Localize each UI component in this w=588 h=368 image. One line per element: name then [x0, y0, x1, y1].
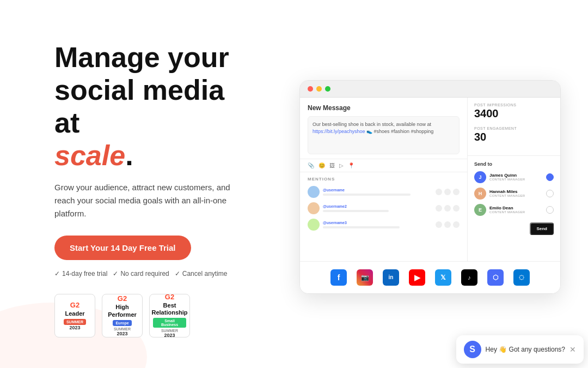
recipient-avatar-hannah: H — [474, 188, 486, 200]
mockup-titlebar — [300, 81, 560, 98]
instagram-icon[interactable]: 📷 — [357, 269, 373, 286]
recipient-radio-hannah[interactable] — [546, 190, 554, 197]
headline: Manage your social media at scale. — [54, 41, 250, 172]
mentions-section: MENTIONS @username — [300, 172, 467, 261]
headline-italic: scale — [54, 140, 125, 171]
tiktok-icon[interactable]: ♪ — [461, 269, 477, 286]
stats-area: POST IMPRESSIONS 3400 POST ENGAGEMENT 30 — [468, 98, 560, 156]
hero-subtext: Grow your audience, attract new customer… — [54, 181, 250, 220]
twitter-icon[interactable]: 𝕏 — [435, 269, 451, 286]
mockup-right-panel: POST IMPRESSIONS 3400 POST ENGAGEMENT 30… — [468, 98, 560, 261]
send-to-title: Send to — [474, 161, 554, 167]
cta-button[interactable]: Start Your 14 Day Free Trial — [54, 236, 191, 260]
headline-dot: . — [125, 140, 133, 171]
compose-text: Our best-selling shoe is back in stock, … — [313, 122, 431, 127]
page-wrapper: Manage your social media at scale. Grow … — [0, 0, 588, 368]
image-icon[interactable]: 🖼 — [329, 162, 335, 168]
compose-link: https://bit.ly/peachyshoe 👟 — [313, 129, 372, 134]
send-to-area: Send to J James Quinn CONTENT MANAGER H — [468, 156, 560, 261]
compose-area: New Message Our best-selling shoe is bac… — [300, 98, 467, 159]
titlebar-dot-red — [308, 86, 313, 92]
stat-engagement: POST ENGAGEMENT 30 — [474, 126, 554, 143]
mention-content-2: @username2 — [323, 204, 432, 212]
mention-actions-3 — [436, 221, 460, 228]
mentions-title: MENTIONS — [308, 177, 460, 182]
mention-item-3: @username3 — [308, 219, 460, 231]
edge-icon[interactable]: ◌ — [513, 269, 530, 286]
recipient-radio-emilo[interactable] — [546, 206, 554, 214]
check-icon-2: ✓ — [113, 270, 118, 277]
right-column: New Message Our best-selling shoe is bac… — [283, 0, 588, 368]
trust-badge-card: ✓ No card required — [113, 270, 169, 277]
trust-badge-cancel: ✓ Cancel anytime — [175, 270, 228, 277]
recipient-hannah[interactable]: H Hannah Miles CONTENT MANAGER — [474, 188, 554, 200]
location-icon[interactable]: 📍 — [348, 162, 354, 168]
youtube-icon[interactable]: ▶ — [409, 269, 425, 286]
compose-hashtags: #shoes #fashion #shopping — [374, 129, 434, 134]
mention-avatar-1 — [308, 186, 320, 198]
stat1-value: 3400 — [474, 107, 554, 120]
award-best-relationship: G2 Best Relationship Small Business SUMM… — [149, 294, 190, 337]
stat2-label: POST ENGAGEMENT — [474, 126, 554, 130]
chat-widget[interactable]: S Hey 👋 Got any questions? ✕ — [456, 335, 584, 364]
chat-close-icon[interactable]: ✕ — [569, 345, 576, 354]
recipient-emilo[interactable]: E Emilo Dean CONTENT MANAGER — [474, 204, 554, 216]
mention-item-1: @username — [308, 186, 460, 198]
headline-line2: social media at — [54, 74, 224, 138]
trust-badges: ✓ 14-day free trial ✓ No card required ✓… — [54, 270, 250, 277]
attach-icon[interactable]: 📎 — [308, 162, 314, 168]
check-icon-3: ✓ — [175, 270, 180, 277]
recipient-avatar-emilo: E — [474, 204, 486, 216]
meta-icon[interactable]: ⬡ — [487, 269, 504, 286]
mockup-body: New Message Our best-selling shoe is bac… — [300, 98, 560, 261]
titlebar-dot-green — [325, 86, 330, 92]
chat-avatar: S — [464, 341, 481, 358]
mention-content-3: @username3 — [323, 221, 432, 228]
emoji-icon[interactable]: 😊 — [318, 162, 325, 168]
titlebar-dot-yellow — [316, 86, 322, 92]
trust-item-1: 14-day free trial — [62, 270, 107, 277]
linkedin-icon[interactable]: in — [383, 269, 399, 286]
recipient-info-emilo: Emilo Dean CONTENT MANAGER — [489, 206, 543, 214]
gif-icon[interactable]: ▷ — [339, 162, 344, 168]
stat-impressions: POST IMPRESSIONS 3400 — [474, 103, 554, 120]
headline-line1: Manage your — [54, 41, 229, 73]
mention-actions-2 — [436, 205, 460, 212]
stat1-label: POST IMPRESSIONS — [474, 103, 554, 107]
trust-item-3: Cancel anytime — [182, 270, 228, 277]
hero-content: Manage your social media at scale. Grow … — [54, 41, 250, 337]
compose-textarea[interactable]: Our best-selling shoe is back in stock, … — [308, 116, 460, 154]
trust-item-2: No card required — [120, 270, 169, 277]
awards-row: G2 Leader SUMMER 2023 G2 High Performer … — [54, 294, 250, 337]
award-high-performer: G2 High Performer Europe SUMMER 2023 — [102, 294, 143, 337]
send-button[interactable]: Send — [530, 222, 554, 235]
award-leader: G2 Leader SUMMER 2023 — [54, 294, 95, 337]
trust-badge-trial: ✓ 14-day free trial — [54, 270, 107, 277]
recipient-info-james: James Quinn CONTENT MANAGER — [489, 173, 543, 181]
check-icon-1: ✓ — [54, 270, 60, 277]
compose-title: New Message — [308, 104, 460, 112]
mention-avatar-2 — [308, 202, 320, 214]
mention-content-1: @username — [323, 188, 432, 196]
mockup-ui: New Message Our best-selling shoe is bac… — [299, 80, 561, 294]
social-bar: f 📷 in ▶ 𝕏 ♪ ⬡ ◌ — [300, 261, 560, 293]
compose-toolbar: 📎 😊 🖼 ▷ 📍 — [300, 159, 467, 172]
chat-text: Hey 👋 Got any questions? — [486, 346, 565, 353]
mockup-compose-panel: New Message Our best-selling shoe is bac… — [300, 98, 468, 261]
stat2-value: 30 — [474, 130, 554, 143]
recipient-james[interactable]: J James Quinn CONTENT MANAGER — [474, 171, 554, 183]
facebook-icon[interactable]: f — [330, 269, 347, 286]
recipient-radio-james[interactable] — [546, 173, 554, 181]
mention-avatar-3 — [308, 219, 320, 231]
mention-item-2: @username2 — [308, 202, 460, 214]
recipient-info-hannah: Hannah Miles CONTENT MANAGER — [489, 189, 543, 197]
mention-actions-1 — [436, 189, 460, 195]
recipient-avatar-james: J — [474, 171, 486, 183]
chat-avatar-symbol: S — [469, 345, 475, 354]
